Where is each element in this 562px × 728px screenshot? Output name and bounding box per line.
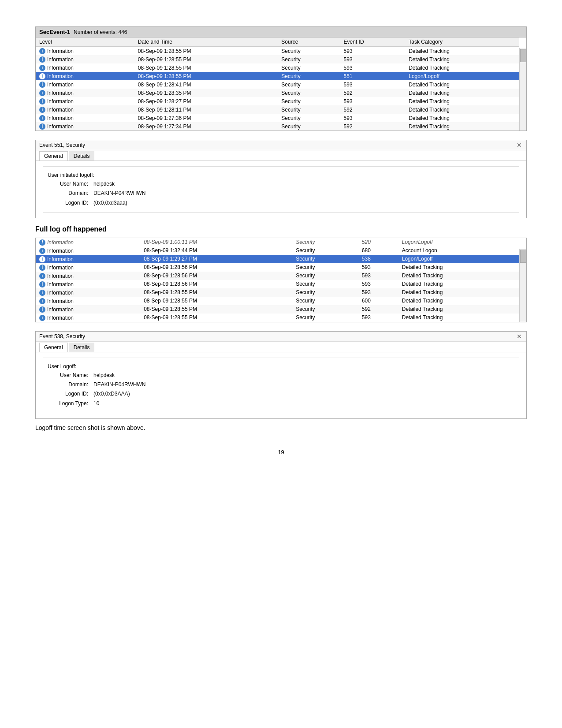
table-row[interactable]: i Information 08-Sep-09 1:32:44 PM Secur… xyxy=(36,246,519,255)
table-row[interactable]: i Information 08-Sep-09 1:28:55 PM Secur… xyxy=(36,297,519,305)
truncated-datetime: 08-Sep-09 1:00:11 PM xyxy=(140,238,292,246)
table-row[interactable]: i Information 08-Sep-09 1:28:56 PM Secur… xyxy=(36,272,519,280)
event-detail-header-1: Event 551, Security ✕ xyxy=(36,140,526,150)
table-row[interactable]: i Information 08-Sep-09 1:28:55 PM Secur… xyxy=(36,314,519,322)
row-icon-wrap: i Information xyxy=(39,90,74,96)
table-row[interactable]: i Information 08-Sep-09 1:28:55 PM Secur… xyxy=(36,47,519,56)
detail-value-username-1: helpdesk xyxy=(92,179,147,189)
cell-level: i Information xyxy=(36,246,140,255)
cell-datetime: 08-Sep-09 1:28:56 PM xyxy=(140,280,292,288)
detail-value-logonid-2: (0x0,0xD3AAA) xyxy=(92,389,147,399)
table-row[interactable]: i Information 08-Sep-09 1:28:35 PM Secur… xyxy=(36,89,519,97)
table-row[interactable]: i Information 08-Sep-09 1:28:55 PM Secur… xyxy=(36,55,519,63)
cell-level: i Information xyxy=(36,63,134,72)
cell-source: Security xyxy=(278,89,340,97)
info-icon: i xyxy=(39,306,45,313)
detail-tabs-2: General Details xyxy=(36,342,526,352)
table-row[interactable]: i Information 08-Sep-09 1:28:55 PM Secur… xyxy=(36,63,519,72)
cell-task: Account Logon xyxy=(398,246,519,255)
detail-row-logonid-2: Logon ID: (0x0,0xD3AAA) xyxy=(48,389,147,399)
table-row[interactable]: i Information 08-Sep-09 1:28:55 PM Secur… xyxy=(36,288,519,297)
cell-source: Security xyxy=(292,288,358,297)
scroll-thumb-2[interactable] xyxy=(520,250,526,263)
detail-fields-1: User Name: helpdesk Domain: DEAKIN-P04RW… xyxy=(48,179,147,208)
cell-datetime: 08-Sep-09 1:28:35 PM xyxy=(134,89,278,97)
col-source-1: Source xyxy=(278,37,340,47)
cell-source: Security xyxy=(278,97,340,105)
event-viewer-2: Level Date and Time Source Event ID Task… xyxy=(35,238,527,322)
tab-general-1[interactable]: General xyxy=(39,151,68,161)
cell-task: Detailed Tracking xyxy=(398,288,519,297)
level-text: Information xyxy=(47,123,74,130)
close-button-2[interactable]: ✕ xyxy=(516,333,523,340)
cell-datetime: 08-Sep-09 1:28:55 PM xyxy=(140,297,292,305)
detail-border-2: User Logoff: User Name: helpdesk Domain:… xyxy=(43,358,519,413)
tab-general-2[interactable]: General xyxy=(39,343,68,352)
ev-title-1: SecEvent-1 xyxy=(39,29,70,35)
table-row[interactable]: i Information 08-Sep-09 1:28:55 PM Secur… xyxy=(36,72,519,80)
cell-task: Detailed Tracking xyxy=(405,114,519,122)
cell-eventid: 593 xyxy=(340,97,406,105)
cell-datetime: 08-Sep-09 1:28:55 PM xyxy=(140,305,292,314)
info-icon: i xyxy=(39,273,45,279)
table-row[interactable]: i Information 08-Sep-09 1:27:36 PM Secur… xyxy=(36,114,519,122)
table-row[interactable]: i Information 08-Sep-09 1:28:11 PM Secur… xyxy=(36,105,519,114)
cell-source: Security xyxy=(278,63,340,72)
info-icon: i xyxy=(39,281,45,287)
scroll-thumb-1[interactable] xyxy=(520,49,526,62)
table-row[interactable]: i Information 08-Sep-09 1:27:34 PM Secur… xyxy=(36,122,519,131)
cell-datetime: 08-Sep-09 1:28:41 PM xyxy=(134,80,278,89)
detail-label-logonid-2: Logon ID: xyxy=(48,389,92,399)
cell-eventid: 592 xyxy=(340,105,406,114)
detail-title-2: User Logoff: xyxy=(48,362,514,371)
cell-level: i Information xyxy=(36,272,140,280)
truncated-source: Security xyxy=(292,238,358,246)
tab-details-1[interactable]: Details xyxy=(69,151,95,161)
detail-row-domain-1: Domain: DEAKIN-P04RWHWN xyxy=(48,189,147,198)
truncated-icon-wrap: i Information xyxy=(39,239,74,246)
truncated-level-text: Information xyxy=(47,239,74,246)
cell-eventid: 592 xyxy=(340,89,406,97)
detail-label-username-2: User Name: xyxy=(48,371,92,380)
scrollbar-1[interactable] xyxy=(519,48,526,131)
col-taskcategory-1: Task Category xyxy=(405,37,519,47)
cell-source: Security xyxy=(278,114,340,122)
detail-label-username-1: User Name: xyxy=(48,179,92,189)
tab-details-2[interactable]: Details xyxy=(69,343,95,352)
cell-level: i Information xyxy=(36,97,134,105)
detail-label-domain-1: Domain: xyxy=(48,189,92,198)
table-row[interactable]: i Information 08-Sep-09 1:28:56 PM Secur… xyxy=(36,263,519,272)
ev-count-1: Number of events: 446 xyxy=(74,29,127,35)
event-detail-2: Event 538, Security ✕ General Details Us… xyxy=(35,331,527,419)
cell-datetime: 08-Sep-09 1:28:56 PM xyxy=(140,263,292,272)
table-row[interactable]: i Information 08-Sep-09 1:28:55 PM Secur… xyxy=(36,305,519,314)
table-row[interactable]: i Information 08-Sep-09 1:28:41 PM Secur… xyxy=(36,80,519,89)
row-icon-wrap: i Information xyxy=(39,281,74,287)
level-text: Information xyxy=(47,73,74,79)
event-detail-1: Event 551, Security ✕ General Details Us… xyxy=(35,140,527,218)
cell-datetime: 08-Sep-09 1:28:55 PM xyxy=(134,55,278,63)
row-icon-wrap: i Information xyxy=(39,73,74,79)
table-row[interactable]: i Information 08-Sep-09 1:28:27 PM Secur… xyxy=(36,97,519,105)
row-icon-wrap: i Information xyxy=(39,265,74,271)
cell-datetime: 08-Sep-09 1:28:56 PM xyxy=(140,272,292,280)
row-icon-wrap: i Information xyxy=(39,48,74,54)
cell-level: i Information xyxy=(36,297,140,305)
cell-eventid: 592 xyxy=(358,305,398,314)
info-icon: i xyxy=(39,107,45,113)
scrollbar-2[interactable] xyxy=(519,249,526,322)
level-text: Information xyxy=(47,306,74,313)
info-icon: i xyxy=(39,98,45,105)
table-row[interactable]: i Information 08-Sep-09 1:28:56 PM Secur… xyxy=(36,280,519,288)
row-icon-wrap: i Information xyxy=(39,298,74,304)
cell-datetime: 08-Sep-09 1:28:55 PM xyxy=(140,288,292,297)
table-row[interactable]: i Information 08-Sep-09 1:29:27 PM Secur… xyxy=(36,255,519,263)
col-datetime-1: Date and Time xyxy=(134,37,278,47)
cell-level: i Information xyxy=(36,105,134,114)
detail-content-1: User initiated logoff: User Name: helpde… xyxy=(36,161,526,218)
detail-row-logonid-1: Logon ID: (0x0,0xd3aaa) xyxy=(48,198,147,208)
close-button-1[interactable]: ✕ xyxy=(516,142,523,149)
row-icon-wrap: i Information xyxy=(39,256,74,262)
level-text: Information xyxy=(47,265,74,271)
section2-caption: Logoff time screen shot is shown above. xyxy=(35,424,527,431)
